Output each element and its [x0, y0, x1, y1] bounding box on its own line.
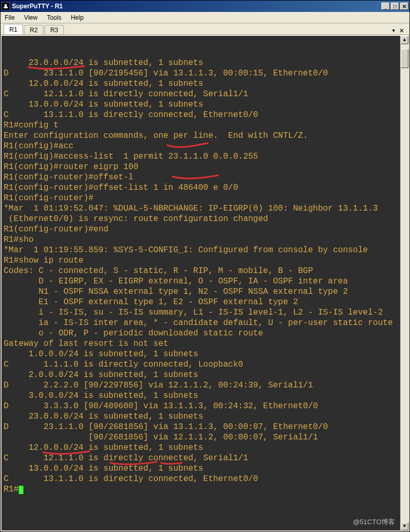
terminal-line: i - IS-IS, su - IS-IS summary, L1 - IS-I… — [4, 307, 398, 318]
tab-list-dropdown-icon[interactable]: ▼ — [391, 28, 396, 33]
terminal-line: C 12.1.1.0 is directly connected, Serial… — [4, 453, 398, 463]
terminal-line: 23.0.0.0/24 is subnetted, 1 subnets — [4, 411, 398, 422]
tab-r2[interactable]: R2 — [24, 25, 43, 34]
terminal-line: R1# — [4, 484, 398, 495]
terminal-line: 13.0.0.0/24 is subnetted, 1 subnets — [4, 99, 398, 110]
tab-r1[interactable]: R1 — [4, 24, 23, 34]
terminal-line: R1(config-router)#offset-list 1 in 48640… — [4, 183, 398, 193]
terminal-line: (Ethernet0/0) is resync: route configura… — [4, 214, 398, 224]
menu-file[interactable]: File — [5, 14, 15, 21]
close-button[interactable]: ✕ — [400, 3, 408, 10]
terminal-line: C 13.1.1.0 is directly connected, Ethern… — [4, 474, 398, 484]
terminal-line: R1#config t — [4, 120, 398, 131]
terminal-line: R1#sho — [4, 235, 398, 245]
terminal-line: [90/2681856] via 12.1.1.2, 00:00:07, Ser… — [4, 432, 398, 443]
terminal-line: 1.0.0.0/24 is subnetted, 1 subnets — [4, 349, 398, 359]
terminal-line: E1 - OSPF external type 1, E2 - OSPF ext… — [4, 297, 398, 307]
terminal-line: 23.0.0.0/24 is subnetted, 1 subnets — [4, 58, 398, 68]
scrollbar-track[interactable] — [401, 44, 408, 522]
terminal-line: C 13.1.1.0 is directly connected, Ethern… — [4, 110, 398, 120]
terminal-line: Gateway of last resort is not set — [4, 339, 398, 349]
svg-rect-1 — [5, 4, 7, 7]
window-controls: _ □ ✕ — [381, 3, 408, 10]
watermark: @51CTO博客 — [353, 517, 395, 527]
terminal-line: o - ODR, P - periodic downloaded static … — [4, 328, 398, 339]
terminal-line: D 2.2.2.0 [90/2297856] via 12.1.1.2, 00:… — [4, 380, 398, 391]
terminal-output[interactable]: 23.0.0.0/24 is subnetted, 1 subnetsD 23.… — [2, 36, 400, 530]
menu-view[interactable]: View — [24, 14, 37, 21]
window-title: SuperPuTTY - R1 — [12, 3, 381, 10]
terminal-line: *Mar 1 01:19:52.047: %DUAL-5-NBRCHANGE: … — [4, 203, 398, 214]
terminal-line: C 12.1.1.0 is directly connected, Serial… — [4, 89, 398, 99]
terminal-line: R1(config-router)#end — [4, 224, 398, 235]
system-menu-icon[interactable] — [2, 2, 10, 10]
svg-rect-0 — [4, 7, 8, 8]
terminal-line: R1(config)#access-list 1 permit 23.1.1.0… — [4, 151, 398, 162]
menu-help[interactable]: Help — [71, 14, 84, 21]
terminal-line: D - EIGRP, EX - EIGRP external, O - OSPF… — [4, 276, 398, 287]
terminal-line: 13.0.0.0/24 is subnetted, 1 subnets — [4, 463, 398, 474]
terminal-line: R1(config-router)#offset-l — [4, 172, 398, 183]
terminal-line: D 23.1.1.0 [90/2195456] via 13.1.1.3, 00… — [4, 68, 398, 79]
terminal-line: D 3.3.3.0 [90/409600] via 13.1.1.3, 00:2… — [4, 401, 398, 411]
terminal-line: R1#show ip route — [4, 255, 398, 266]
menubar: File View Tools Help — [1, 12, 409, 23]
terminal-line: R1(config-router)# — [4, 193, 398, 203]
terminal-line: ia - IS-IS inter area, * - candidate def… — [4, 318, 398, 328]
app-window: SuperPuTTY - R1 _ □ ✕ File View Tools He… — [0, 0, 410, 532]
cursor — [19, 486, 23, 494]
terminal-line: *Mar 1 01:19:55.859: %SYS-5-CONFIG_I: Co… — [4, 245, 398, 255]
terminal-line: 12.0.0.0/24 is subnetted, 1 subnets — [4, 79, 398, 89]
vertical-scrollbar[interactable]: ▲ ▼ — [400, 36, 408, 530]
terminal-line: Codes: C - connected, S - static, R - RI… — [4, 266, 398, 276]
tab-r3[interactable]: R3 — [45, 25, 64, 34]
maximize-button[interactable]: □ — [391, 3, 399, 10]
session-tabs: R1 R2 R3 ▼ ✕ — [1, 23, 409, 35]
tab-controls: ▼ ✕ — [391, 27, 406, 34]
terminal-line: D 23.1.1.0 [90/2681856] via 13.1.1.3, 00… — [4, 422, 398, 432]
terminal-container: 23.0.0.0/24 is subnetted, 1 subnetsD 23.… — [1, 35, 409, 531]
menu-tools[interactable]: Tools — [47, 14, 61, 21]
terminal-line: R1(config)#acc — [4, 141, 398, 151]
tab-close-icon[interactable]: ✕ — [399, 27, 404, 34]
minimize-button[interactable]: _ — [381, 3, 390, 10]
scroll-down-button[interactable]: ▼ — [401, 522, 408, 530]
terminal-line: Enter configuration commands, one per li… — [4, 131, 398, 141]
terminal-line: 12.0.0.0/24 is subnetted, 1 subnets — [4, 443, 398, 453]
scroll-up-button[interactable]: ▲ — [401, 36, 408, 44]
terminal-line: N1 - OSPF NSSA external type 1, N2 - OSP… — [4, 287, 398, 297]
scrollbar-thumb[interactable] — [401, 49, 408, 68]
terminal-line: R1(config)#router eigrp 100 — [4, 162, 398, 172]
terminal-line: C 1.1.1.0 is directly connected, Loopbac… — [4, 359, 398, 370]
terminal-line: 3.0.0.0/24 is subnetted, 1 subnets — [4, 391, 398, 401]
terminal-line: 2.0.0.0/24 is subnetted, 1 subnets — [4, 370, 398, 380]
titlebar[interactable]: SuperPuTTY - R1 _ □ ✕ — [1, 1, 409, 12]
